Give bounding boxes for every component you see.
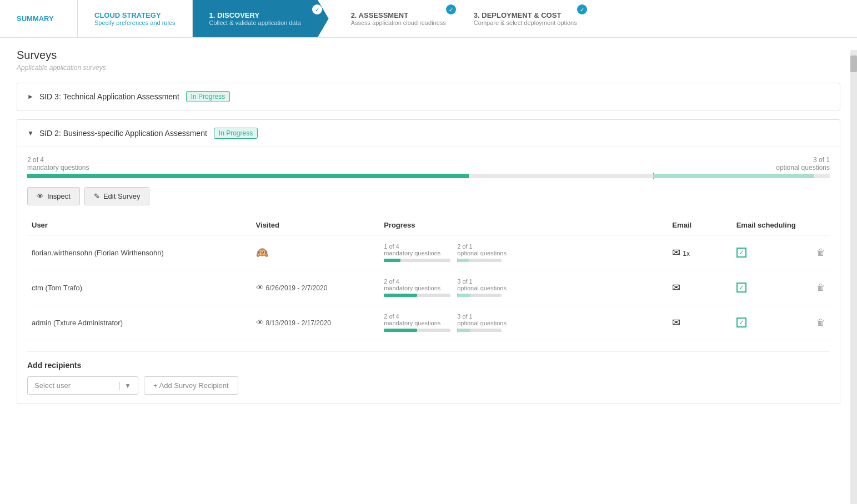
optional-bar-fill xyxy=(457,259,469,262)
mandatory-sub-count: 2 of 4 xyxy=(384,313,450,320)
add-recipients-row: Select user ▼ + Add Survey Recipient xyxy=(27,376,830,395)
pencil-icon: ✎ xyxy=(94,192,100,200)
progress-labels: 2 of 4 mandatory questions 3 of 1 option… xyxy=(27,156,830,172)
top-navigation: SUMMARY CLOUD STRATEGY Specify preferenc… xyxy=(0,0,857,38)
mandatory-sub: 2 of 4 mandatory questions xyxy=(384,313,450,332)
row-2-progress: 2 of 4 mandatory questions 3 of 1 option… xyxy=(379,305,668,340)
visited-dates: 6/26/2019 - 2/7/2020 xyxy=(266,284,328,292)
optional-sub-label: optional questions xyxy=(457,250,507,256)
mandatory-text: mandatory questions xyxy=(27,164,89,172)
table-row: ctm (Tom Trafo)👁6/26/2019 - 2/7/2020 2 o… xyxy=(27,270,830,305)
scheduling-checkbox[interactable]: ✓ xyxy=(736,283,746,293)
survey-sid2: ▼ SID 2: Business-specific Application A… xyxy=(17,119,840,404)
mandatory-mini-bar xyxy=(384,259,450,262)
scrollbar-thumb[interactable] xyxy=(850,56,857,72)
nav-discovery[interactable]: ✓ 1. DISCOVERY Collect & validate applic… xyxy=(193,0,329,37)
table-row: admin (Txture Administrator)👁8/13/2019 -… xyxy=(27,305,830,340)
select-user-dropdown[interactable]: Select user ▼ xyxy=(27,376,138,395)
mandatory-bar-fill xyxy=(384,259,400,262)
optional-sub: 3 of 1 optional questions xyxy=(457,313,507,332)
scheduling-checkbox[interactable]: ✓ xyxy=(736,248,746,258)
delete-icon[interactable]: 🗑 xyxy=(816,283,825,292)
main-content: Surveys Applicable application surveys ►… xyxy=(0,38,857,504)
row-2-delete: 🗑 xyxy=(812,305,830,340)
row-1-user: ctm (Tom Trafo) xyxy=(27,270,252,305)
scrollbar[interactable] xyxy=(850,50,857,504)
progress-cell: 2 of 4 mandatory questions 3 of 1 option… xyxy=(384,313,663,332)
row-1-scheduling: ✓ xyxy=(732,270,812,305)
mandatory-sub-count: 2 of 4 xyxy=(384,278,450,285)
mandatory-progress-label: 2 of 4 mandatory questions xyxy=(27,156,89,172)
mandatory-mini-bar xyxy=(384,329,450,332)
nav-discovery-title: 1. DISCOVERY xyxy=(209,11,301,19)
add-survey-recipient-button[interactable]: + Add Survey Recipient xyxy=(144,376,238,395)
mandatory-mini-bar xyxy=(384,294,450,297)
optional-mini-bar xyxy=(457,294,502,297)
row-0-delete: 🗑 xyxy=(812,235,830,270)
survey-sid2-name: SID 2: Business-specific Application Ass… xyxy=(39,129,207,138)
row-0-visited: 🙉 xyxy=(252,235,380,270)
visited-dates: 8/13/2019 - 2/17/2020 xyxy=(266,319,331,327)
mandatory-sub-label: mandatory questions xyxy=(384,320,450,326)
optional-sub-label: optional questions xyxy=(457,320,507,326)
nav-summary[interactable]: SUMMARY xyxy=(0,0,78,37)
progress-cell: 1 of 4 mandatory questions 2 of 1 option… xyxy=(384,243,663,262)
inspect-label: Inspect xyxy=(47,192,71,200)
chevron-right-icon: ► xyxy=(27,93,34,100)
add-recipient-label: + Add Survey Recipient xyxy=(153,381,229,390)
mandatory-sub-count: 1 of 4 xyxy=(384,243,450,250)
dropdown-arrow-icon: ▼ xyxy=(119,382,131,390)
table-row: florian.wirthensohn (Florian Wirthensohn… xyxy=(27,235,830,270)
optional-bar-fill xyxy=(457,294,470,297)
bar-sep xyxy=(458,293,458,298)
col-header-scheduling: Email scheduling xyxy=(732,215,812,235)
optional-text: optional questions xyxy=(776,164,830,172)
progress-cell: 2 of 4 mandatory questions 3 of 1 option… xyxy=(384,278,663,297)
survey-sid2-header[interactable]: ▼ SID 2: Business-specific Application A… xyxy=(17,120,840,147)
add-recipients-section: Add recipients Select user ▼ + Add Surve… xyxy=(27,351,830,395)
survey-sid3-status: In Progress xyxy=(186,91,230,102)
nav-cloud-strategy[interactable]: CLOUD STRATEGY Specify preferences and r… xyxy=(78,0,193,37)
survey-sid3-header[interactable]: ► SID 3: Technical Application Assessmen… xyxy=(17,83,840,110)
visited-eye-icon: 👁 xyxy=(256,318,264,327)
optional-progress-label: 3 of 1 optional questions xyxy=(776,156,830,172)
inspect-button[interactable]: 👁 Inspect xyxy=(27,187,80,205)
mandatory-sub-label: mandatory questions xyxy=(384,285,450,291)
optional-bar-fill xyxy=(653,174,814,178)
nav-discovery-sub: Collect & validate application data xyxy=(209,19,301,26)
row-2-visited: 👁8/13/2019 - 2/17/2020 xyxy=(252,305,380,340)
col-header-user: User xyxy=(27,215,252,235)
nav-assessment[interactable]: ✓ 2. ASSESSMENT Assess application cloud… xyxy=(329,0,463,37)
row-1-email: ✉ xyxy=(668,270,731,305)
row-2-user: admin (Txture Administrator) xyxy=(27,305,252,340)
row-1-visited: 👁6/26/2019 - 2/7/2020 xyxy=(252,270,380,305)
row-0-progress: 1 of 4 mandatory questions 2 of 1 option… xyxy=(379,235,668,270)
not-visited-icon: 🙉 xyxy=(256,247,268,258)
bar-sep xyxy=(458,327,458,333)
nav-assessment-title: 2. ASSESSMENT xyxy=(351,11,446,19)
action-buttons: 👁 Inspect ✎ Edit Survey xyxy=(27,187,830,205)
deployment-check-icon: ✓ xyxy=(577,4,587,14)
optional-mini-bar xyxy=(457,329,502,332)
optional-bar-fill xyxy=(457,329,470,332)
email-envelope-icon: ✉ xyxy=(672,317,680,328)
page-subtitle: Applicable application surveys xyxy=(17,64,840,72)
email-envelope-icon: ✉ xyxy=(672,247,680,258)
delete-icon[interactable]: 🗑 xyxy=(816,248,825,257)
survey-sid2-body: 2 of 4 mandatory questions 3 of 1 option… xyxy=(17,147,840,404)
col-header-email: Email xyxy=(668,215,731,235)
mandatory-bar-fill xyxy=(384,294,417,297)
delete-icon[interactable]: 🗑 xyxy=(816,317,825,327)
nav-deployment[interactable]: ✓ 3. DEPLOYMENT & COST Compare & select … xyxy=(463,0,594,37)
row-0-email: ✉1x xyxy=(668,235,731,270)
scheduling-checkbox[interactable]: ✓ xyxy=(736,317,746,327)
email-count: 1x xyxy=(683,250,690,258)
edit-survey-button[interactable]: ✎ Edit Survey xyxy=(84,187,149,205)
mandatory-bar-fill xyxy=(384,329,417,332)
optional-sub-label: optional questions xyxy=(457,285,507,291)
bar-sep xyxy=(458,258,458,263)
row-2-scheduling: ✓ xyxy=(732,305,812,340)
nav-cloud-strategy-sub: Specify preferences and rules xyxy=(94,19,176,26)
col-header-visited: Visited xyxy=(252,215,380,235)
nav-deployment-sub: Compare & select deployment options xyxy=(474,19,577,26)
